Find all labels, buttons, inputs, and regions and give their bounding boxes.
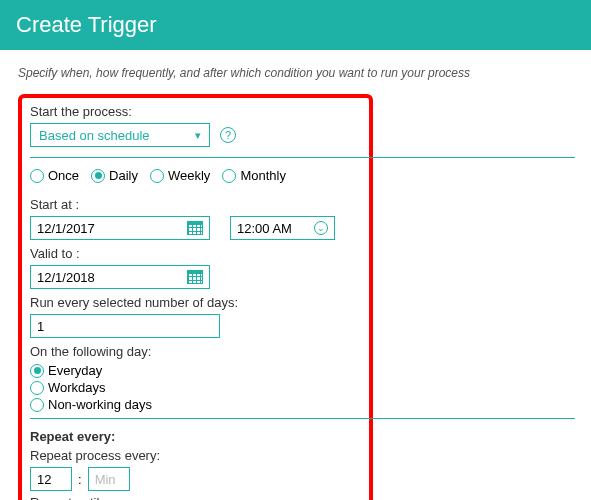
radio-icon <box>30 364 44 378</box>
calendar-icon <box>187 221 203 235</box>
divider <box>30 157 575 158</box>
radio-icon <box>222 169 236 183</box>
repeat-process-label: Repeat process every: <box>30 448 361 463</box>
valid-to-date-value: 12/1/2018 <box>37 270 95 285</box>
repeat-value-input[interactable]: 12 <box>30 467 72 491</box>
chevron-down-icon: ▾ <box>195 129 201 142</box>
help-icon[interactable]: ? <box>220 127 236 143</box>
valid-to-label: Valid to : <box>30 246 361 261</box>
run-every-value: 1 <box>37 319 44 334</box>
start-at-time-input[interactable]: 12:00 AM ⌄ <box>230 216 335 240</box>
radio-icon <box>30 169 44 183</box>
start-at-time-value: 12:00 AM <box>237 221 292 236</box>
following-day-workdays[interactable]: Workdays <box>30 380 361 395</box>
frequency-weekly[interactable]: Weekly <box>150 168 210 183</box>
start-at-label: Start at : <box>30 197 361 212</box>
radio-icon <box>150 169 164 183</box>
radio-icon <box>30 381 44 395</box>
start-at-date-value: 12/1/2017 <box>37 221 95 236</box>
frequency-daily[interactable]: Daily <box>91 168 138 183</box>
radio-icon <box>91 169 105 183</box>
dialog-subtitle: Specify when, how frequently, and after … <box>18 66 573 80</box>
valid-to-date-input[interactable]: 12/1/2018 <box>30 265 210 289</box>
clock-icon: ⌄ <box>314 221 328 235</box>
frequency-radio-group: Once Daily Weekly Monthly <box>30 168 361 183</box>
run-every-label: Run every selected number of days: <box>30 295 361 310</box>
repeat-min-placeholder: Min <box>95 472 116 487</box>
dialog-title: Create Trigger <box>16 12 575 38</box>
following-day-nonworking[interactable]: Non-working days <box>30 397 361 412</box>
repeat-min-input[interactable]: Min <box>88 467 130 491</box>
divider <box>30 418 575 419</box>
repeat-until-label: Repeat until: <box>30 495 361 500</box>
start-process-select[interactable]: Based on schedule ▾ <box>30 123 210 147</box>
start-process-label: Start the process: <box>30 104 361 119</box>
following-day-everyday[interactable]: Everyday <box>30 363 361 378</box>
dialog-body: Specify when, how frequently, and after … <box>0 50 591 500</box>
repeat-heading: Repeat every: <box>30 429 361 444</box>
highlighted-section: Start the process: Based on schedule ▾ ?… <box>18 94 373 500</box>
following-day-label: On the following day: <box>30 344 361 359</box>
repeat-colon: : <box>78 472 82 487</box>
dialog-header: Create Trigger <box>0 0 591 50</box>
radio-icon <box>30 398 44 412</box>
frequency-monthly[interactable]: Monthly <box>222 168 286 183</box>
repeat-value: 12 <box>37 472 51 487</box>
following-day-radio-group: Everyday Workdays Non-working days <box>30 363 361 412</box>
run-every-input[interactable]: 1 <box>30 314 220 338</box>
start-process-value: Based on schedule <box>39 128 150 143</box>
start-at-date-input[interactable]: 12/1/2017 <box>30 216 210 240</box>
calendar-icon <box>187 270 203 284</box>
frequency-once[interactable]: Once <box>30 168 79 183</box>
